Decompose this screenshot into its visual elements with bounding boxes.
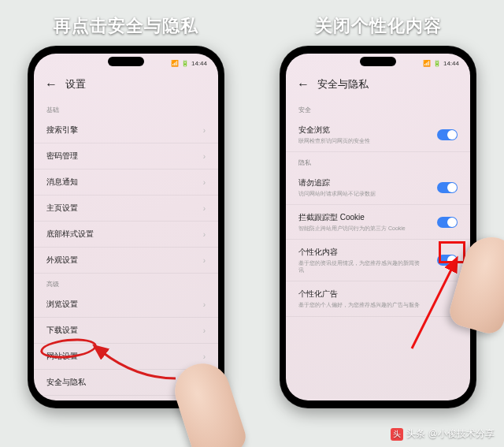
row-block-cookies[interactable]: 拦截跟踪型 Cookie智能防止跨站用户访问行为的第三方 Cookie xyxy=(286,205,470,240)
chevron-right-icon: › xyxy=(203,178,206,187)
row-password[interactable]: 密码管理› xyxy=(34,143,218,169)
chevron-right-icon: › xyxy=(203,300,206,309)
section-basic: 基础 xyxy=(34,99,218,117)
nav-header: ← 设置 xyxy=(34,73,218,99)
caption-left: 再点击安全与隐私 xyxy=(54,14,198,38)
screen-right: 📶 🔋 14:44 ← 安全与隐私 安全 安全浏览联网检查所访问网页的安全性 隐… xyxy=(286,54,470,400)
section-privacy: 隐私 xyxy=(286,152,470,170)
watermark: 头 头条 @小俊技术分享 xyxy=(391,427,495,441)
row-browsing[interactable]: 浏览设置› xyxy=(34,292,218,318)
battery-icon: 🔋 xyxy=(433,60,441,67)
back-icon[interactable]: ← xyxy=(297,78,309,91)
status-time: 14:44 xyxy=(443,60,459,67)
row-personalized-ads[interactable]: 个性化广告基于您的个人偏好，为您推荐感兴趣的广告与服务 › xyxy=(286,281,470,316)
row-search-engine[interactable]: 搜索引擎› xyxy=(34,117,218,143)
page-title: 安全与隐私 xyxy=(317,77,369,91)
chevron-right-icon: › xyxy=(203,326,206,335)
row-notifications[interactable]: 消息通知› xyxy=(34,169,218,196)
toggle-personalized-content[interactable] xyxy=(437,255,458,266)
row-personalized-content[interactable]: 个性化内容基于您的资讯使用情况，为您推荐感兴趣的新闻资讯 xyxy=(286,240,470,281)
section-security: 安全 xyxy=(286,99,470,117)
phone-frame: 📶 🔋 14:44 ← 设置 基础 搜索引擎› 密码管理› 消息通知› 主页设置… xyxy=(28,46,224,408)
watermark-handle: @小俊技术分享 xyxy=(428,427,495,441)
chevron-right-icon: › xyxy=(203,352,206,361)
page-title: 设置 xyxy=(65,77,86,91)
row-appearance[interactable]: 外观设置› xyxy=(34,248,218,274)
chevron-right-icon: › xyxy=(203,204,206,213)
toggle-cookies[interactable] xyxy=(437,217,458,228)
row-safe-browsing[interactable]: 安全浏览联网检查所访问网页的安全性 xyxy=(286,117,470,152)
signal-icon: 📶 xyxy=(423,60,431,67)
row-bottom-style[interactable]: 底部样式设置› xyxy=(34,222,218,248)
row-downloads[interactable]: 下载设置› xyxy=(34,318,218,344)
toggle-dnt[interactable] xyxy=(437,182,458,193)
battery-icon: 🔋 xyxy=(181,60,189,67)
chevron-right-icon: › xyxy=(203,256,206,265)
row-homepage[interactable]: 主页设置› xyxy=(34,196,218,222)
chevron-right-icon: › xyxy=(203,126,206,135)
caption-right: 关闭个性化内容 xyxy=(315,14,442,38)
status-time: 14:44 xyxy=(191,60,207,67)
camera-notch xyxy=(108,57,144,66)
chevron-right-icon: › xyxy=(203,152,206,161)
phone-frame: 📶 🔋 14:44 ← 安全与隐私 安全 安全浏览联网检查所访问网页的安全性 隐… xyxy=(280,46,476,408)
section-advanced: 高级 xyxy=(34,274,218,292)
toggle-safe-browsing[interactable] xyxy=(437,129,458,140)
signal-icon: 📶 xyxy=(171,60,179,67)
nav-header: ← 安全与隐私 xyxy=(286,73,470,99)
screen-left: 📶 🔋 14:44 ← 设置 基础 搜索引擎› 密码管理› 消息通知› 主页设置… xyxy=(34,54,218,400)
toutiao-icon: 头 xyxy=(391,428,403,441)
watermark-prefix: 头条 xyxy=(406,427,425,441)
camera-notch xyxy=(360,57,396,66)
back-icon[interactable]: ← xyxy=(45,78,57,91)
chevron-right-icon: › xyxy=(203,230,206,239)
row-do-not-track[interactable]: 请勿追踪访问网站时请求网站不记录数据 xyxy=(286,170,470,205)
